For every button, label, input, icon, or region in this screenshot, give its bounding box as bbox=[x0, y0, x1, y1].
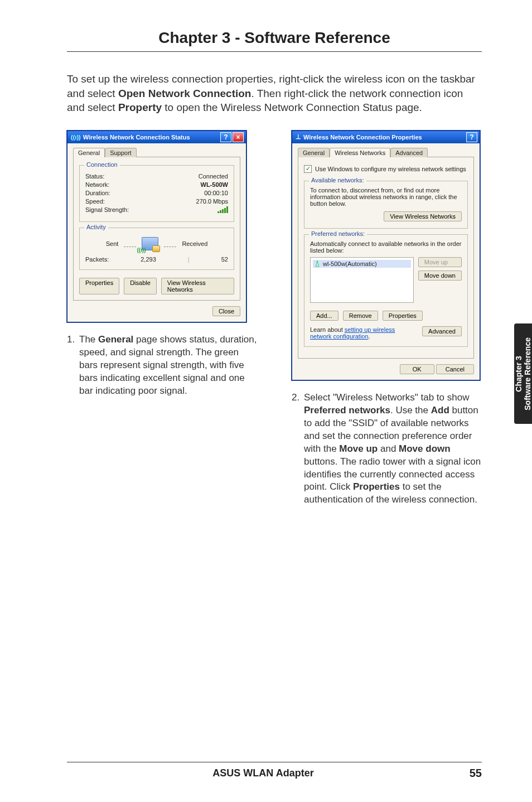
caption-2-bold: Preferred networks bbox=[304, 405, 390, 416]
caption-2-number: 2. bbox=[292, 392, 304, 506]
page-footer: ASUS WLAN Adapter 55 bbox=[0, 762, 532, 780]
footer-product: ASUS WLAN Adapter bbox=[67, 767, 460, 779]
props-button[interactable]: Properties bbox=[383, 311, 423, 321]
caption-2-text: . Use the bbox=[390, 405, 431, 416]
packets-sent: 2,293 bbox=[141, 256, 156, 263]
remove-button[interactable]: Remove bbox=[343, 311, 378, 321]
checkbox-icon: ✓ bbox=[304, 165, 312, 173]
close-button[interactable]: × bbox=[233, 132, 244, 142]
close-dialog-button[interactable]: Close bbox=[212, 306, 240, 316]
packets-label: Packets: bbox=[85, 256, 109, 263]
activity-legend: Activity bbox=[84, 224, 108, 230]
sidetab-section: Software Reference bbox=[523, 337, 532, 410]
divider-icon: | bbox=[188, 256, 190, 263]
properties-dialog: ⊥ Wireless Network Connection Properties… bbox=[292, 131, 480, 380]
speed-label: Speed: bbox=[85, 198, 105, 205]
help-button[interactable]: ? bbox=[220, 132, 231, 142]
move-down-button[interactable]: Move down bbox=[418, 270, 462, 281]
page-number: 55 bbox=[460, 767, 482, 780]
view-networks-button[interactable]: View Wireless Networks bbox=[161, 278, 234, 294]
properties-title: Wireless Network Connection Properties bbox=[303, 134, 422, 141]
preferred-networks-group: Preferred networks: Automatically connec… bbox=[304, 234, 468, 347]
properties-button[interactable]: Properties bbox=[79, 278, 119, 294]
sent-label: Sent bbox=[106, 240, 119, 247]
caption-2-text: Select "Wireless Networks" tab to show bbox=[304, 392, 469, 403]
learn-text: Learn about bbox=[310, 326, 345, 333]
title-rule bbox=[67, 51, 482, 52]
svg-point-0 bbox=[317, 261, 318, 263]
intro-bold-2: Property bbox=[118, 102, 162, 113]
ok-button[interactable]: OK bbox=[400, 364, 434, 374]
use-windows-label: Use Windows to configure my wireless net… bbox=[315, 166, 466, 172]
disable-button[interactable]: Disable bbox=[124, 278, 157, 294]
sidetab-chapter: Chapter 3 bbox=[514, 356, 523, 392]
preferred-list[interactable]: wl-500w(Automatic) bbox=[310, 257, 414, 303]
tower-icon bbox=[314, 260, 320, 267]
duration-label: Duration: bbox=[85, 190, 110, 196]
received-label: Received bbox=[182, 240, 207, 247]
cancel-button[interactable]: Cancel bbox=[436, 364, 474, 374]
footer-rule bbox=[67, 762, 482, 762]
caption-2-text: and bbox=[378, 443, 399, 454]
list-item[interactable]: wl-500w(Automatic) bbox=[313, 260, 411, 268]
monitors-icon: ((ı)) bbox=[142, 237, 158, 250]
dash-icon bbox=[164, 247, 176, 247]
available-legend: Available networks: bbox=[309, 177, 366, 183]
available-networks-group: Available networks: To connect to, disco… bbox=[304, 181, 468, 229]
status-dialog: ((ı)) Wireless Network Connection Status… bbox=[67, 131, 246, 322]
caption-2-bold: Move up bbox=[339, 443, 378, 454]
preferred-text: Automatically connect to available netwo… bbox=[310, 240, 462, 254]
tab-support[interactable]: Support bbox=[105, 148, 137, 157]
status-label: Status: bbox=[85, 173, 104, 180]
status-title: Wireless Network Connection Status bbox=[83, 134, 190, 141]
caption-1-number: 1. bbox=[67, 334, 79, 398]
caption-2-bold: Add bbox=[431, 405, 449, 416]
chapter-title: Chapter 3 - Software Reference bbox=[67, 29, 482, 47]
view-networks-button[interactable]: View Wireless Networks bbox=[384, 211, 462, 221]
tab-wireless-networks[interactable]: Wireless Networks bbox=[330, 148, 390, 157]
preferred-legend: Preferred networks: bbox=[309, 230, 367, 237]
caption-1-text: The bbox=[79, 334, 98, 345]
help-button[interactable]: ? bbox=[466, 132, 477, 142]
dash-icon bbox=[124, 247, 136, 247]
network-icon: ⊥ bbox=[296, 133, 301, 141]
caption-2-bold: Move down bbox=[399, 443, 451, 454]
network-label: Network: bbox=[85, 181, 109, 188]
packets-received: 52 bbox=[221, 256, 228, 263]
network-name: wl-500w(Automatic) bbox=[323, 260, 377, 267]
available-text: To connect to, disconnect from, or find … bbox=[310, 187, 462, 207]
connection-group: Connection Status:Connected Network:WL-5… bbox=[79, 165, 234, 222]
connection-legend: Connection bbox=[84, 161, 120, 168]
add-button[interactable]: Add... bbox=[310, 311, 338, 321]
tab-general[interactable]: General bbox=[73, 148, 105, 157]
intro-paragraph: To set up the wireless connection proper… bbox=[67, 72, 482, 115]
signal-label: Signal Strength: bbox=[85, 206, 129, 213]
network-value: WL-500W bbox=[201, 181, 229, 188]
speed-value: 270.0 Mbps bbox=[196, 198, 228, 205]
tab-advanced[interactable]: Advanced bbox=[390, 148, 428, 157]
learn-text: . bbox=[369, 333, 370, 340]
signal-bars-icon bbox=[217, 206, 228, 213]
chapter-side-tab: Chapter 3 Software Reference bbox=[514, 323, 532, 424]
caption-2-bold: Properties bbox=[353, 481, 400, 492]
advanced-button[interactable]: Advanced bbox=[422, 326, 462, 336]
caption-1-bold: General bbox=[98, 334, 133, 345]
intro-text: to open the Wireless Network Connection … bbox=[162, 102, 422, 113]
use-windows-checkbox[interactable]: ✓ Use Windows to configure my wireless n… bbox=[304, 165, 466, 173]
duration-value: 00:00:10 bbox=[204, 190, 228, 196]
status-value: Connected bbox=[199, 173, 228, 180]
intro-bold-1: Open Network Connection bbox=[118, 88, 252, 99]
activity-group: Activity Sent ((ı)) Received Packets: 2,… bbox=[79, 228, 234, 270]
caption-2: 2. Select "Wireless Networks" tab to sho… bbox=[292, 392, 482, 506]
tab-general[interactable]: General bbox=[298, 148, 330, 157]
properties-titlebar[interactable]: ⊥ Wireless Network Connection Properties… bbox=[292, 131, 480, 143]
caption-1: 1. The General page shows status, durati… bbox=[67, 334, 257, 398]
status-titlebar[interactable]: ((ı)) Wireless Network Connection Status… bbox=[67, 131, 246, 143]
move-up-button[interactable]: Move up bbox=[418, 257, 462, 267]
wireless-icon: ((ı)) bbox=[71, 134, 81, 141]
